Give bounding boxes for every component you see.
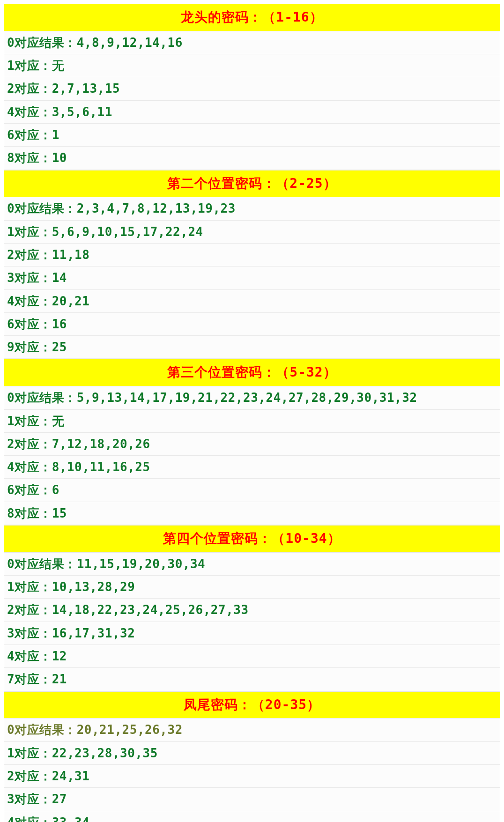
table-row: 2对应：14,18,22,23,24,25,26,27,33 bbox=[4, 599, 500, 622]
table-row: 1对应：无 bbox=[4, 410, 500, 433]
table-row: 1对应：无 bbox=[4, 54, 500, 77]
table-row: 3对应：14 bbox=[4, 267, 500, 289]
table-row: 0对应结果：4,8,9,12,14,16 bbox=[4, 31, 500, 54]
section-pos3: 第三个位置密码：（5-32） 0对应结果：5,9,13,14,17,19,21,… bbox=[4, 359, 500, 525]
table-row: 7对应：21 bbox=[4, 668, 500, 691]
table-row: 3对应：16,17,31,32 bbox=[4, 622, 500, 645]
section-longtou: 龙头的密码：（1-16） 0对应结果：4,8,9,12,14,16 1对应：无 … bbox=[4, 4, 500, 170]
section-pos2: 第二个位置密码：（2-25） 0对应结果：2,3,4,7,8,12,13,19,… bbox=[4, 170, 500, 359]
table-row: 8对应：15 bbox=[4, 502, 500, 525]
table-row: 6对应：6 bbox=[4, 479, 500, 502]
table-row: 0对应结果：20,21,25,26,32 bbox=[4, 718, 500, 741]
section-header: 第二个位置密码：（2-25） bbox=[4, 170, 500, 198]
section-pos4: 第四个位置密码：（10-34） 0对应结果：11,15,19,20,30,34 … bbox=[4, 525, 500, 691]
table-row: 4对应：33,34 bbox=[4, 811, 500, 822]
table-row: 4对应：3,5,6,11 bbox=[4, 101, 500, 124]
table-row: 1对应：5,6,9,10,15,17,22,24 bbox=[4, 221, 500, 244]
table-row: 2对应：2,7,13,15 bbox=[4, 77, 500, 100]
table-row: 2对应：11,18 bbox=[4, 244, 500, 267]
page-wrap: 龙头的密码：（1-16） 0对应结果：4,8,9,12,14,16 1对应：无 … bbox=[0, 0, 504, 822]
table-row: 1对应：22,23,28,30,35 bbox=[4, 742, 500, 765]
table-row: 4对应：8,10,11,16,25 bbox=[4, 456, 500, 479]
table-row: 2对应：24,31 bbox=[4, 765, 500, 788]
table-row: 8对应：10 bbox=[4, 147, 500, 170]
table-row: 6对应：16 bbox=[4, 313, 500, 336]
section-header: 第四个位置密码：（10-34） bbox=[4, 525, 500, 553]
table-row: 4对应：20,21 bbox=[4, 290, 500, 313]
table-row: 0对应结果：5,9,13,14,17,19,21,22,23,24,27,28,… bbox=[4, 386, 500, 409]
table-row: 0对应结果：11,15,19,20,30,34 bbox=[4, 553, 500, 576]
table-row: 6对应：1 bbox=[4, 124, 500, 147]
section-header: 龙头的密码：（1-16） bbox=[4, 4, 500, 31]
table-row: 3对应：27 bbox=[4, 788, 500, 811]
section-header: 第三个位置密码：（5-32） bbox=[4, 359, 500, 386]
table-row: 2对应：7,12,18,20,26 bbox=[4, 433, 500, 456]
table-row: 9对应：25 bbox=[4, 336, 500, 359]
table-row: 0对应结果：2,3,4,7,8,12,13,19,23 bbox=[4, 197, 500, 220]
table-row: 4对应：12 bbox=[4, 645, 500, 668]
table-row: 1对应：10,13,28,29 bbox=[4, 576, 500, 599]
section-header: 凤尾密码：（20-35） bbox=[4, 691, 500, 719]
section-fengwei: 凤尾密码：（20-35） 0对应结果：20,21,25,26,32 1对应：22… bbox=[4, 691, 500, 822]
